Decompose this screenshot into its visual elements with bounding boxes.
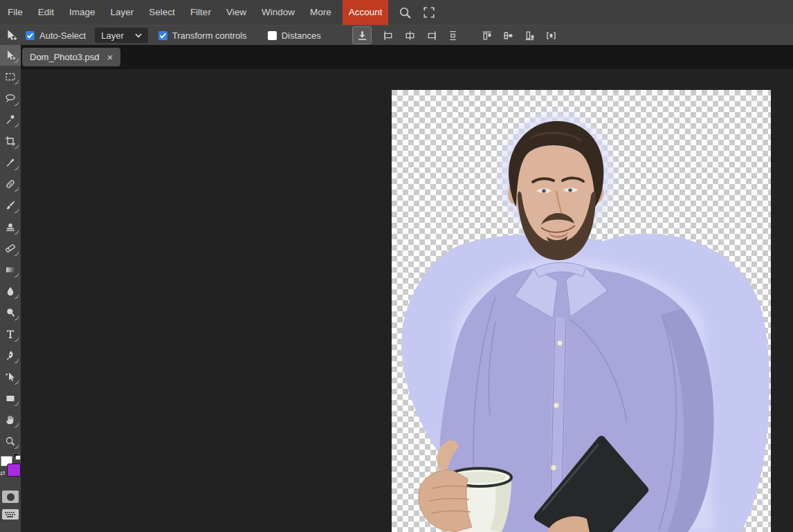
distribute-horizontal-button[interactable]: [543, 27, 560, 44]
tool-options-bar: Auto-Select Layer Transform controls Dis…: [0, 25, 793, 45]
hand-tool[interactable]: [0, 409, 21, 430]
magic-wand-tool[interactable]: [0, 109, 21, 130]
export-button[interactable]: [352, 26, 372, 44]
document-canvas[interactable]: [392, 90, 771, 532]
tools: [0, 44, 21, 452]
clone-stamp-tool[interactable]: [0, 216, 21, 237]
document-image: [392, 90, 771, 532]
chevron-down-icon: [135, 33, 142, 38]
distances-label: Distances: [282, 30, 321, 41]
menu-edit[interactable]: Edit: [30, 0, 62, 25]
quick-mask-button[interactable]: [2, 490, 19, 503]
auto-select-mode-value: Layer: [101, 30, 124, 41]
align-middle-button[interactable]: [500, 27, 518, 44]
workspace: [21, 69, 793, 532]
menu-view[interactable]: View: [219, 0, 254, 25]
move-tool-indicator-icon: [2, 27, 20, 44]
distances-checkbox[interactable]: [268, 31, 277, 40]
distribute-vertical-button[interactable]: [444, 27, 462, 44]
gradient-tool[interactable]: [0, 259, 21, 280]
photo-editor-app: FileEditImageLayerSelectFilterViewWindow…: [0, 0, 793, 532]
fullscreen-icon[interactable]: [422, 6, 435, 19]
brush-tool[interactable]: [0, 194, 21, 216]
dodge-tool[interactable]: [0, 302, 21, 323]
align-right-button[interactable]: [423, 27, 441, 44]
auto-select-label: Auto-Select: [39, 30, 86, 41]
zoom-tool[interactable]: [0, 430, 21, 452]
transform-controls-option: Transform controls: [158, 30, 247, 41]
keyboard-shortcuts-button[interactable]: [2, 509, 19, 520]
transform-controls-checkbox[interactable]: [158, 31, 167, 40]
document-tab[interactable]: Dom_Photo3.psd ×: [22, 48, 120, 66]
menu-filter[interactable]: Filter: [183, 0, 219, 25]
menu-window[interactable]: Window: [254, 0, 302, 25]
document-tab-label: Dom_Photo3.psd: [30, 52, 99, 62]
path-select-tool[interactable]: [0, 366, 21, 387]
auto-select-mode-dropdown[interactable]: Layer: [95, 28, 148, 43]
menu-image[interactable]: Image: [62, 0, 103, 25]
lasso-tool[interactable]: [0, 87, 21, 109]
auto-select-checkbox[interactable]: [26, 31, 35, 40]
account-button[interactable]: Account: [343, 0, 389, 28]
spot-heal-tool[interactable]: [0, 173, 21, 194]
menubar: FileEditImageLayerSelectFilterViewWindow…: [0, 0, 793, 25]
default-colors-icon[interactable]: [13, 453, 20, 459]
blur-tool[interactable]: [0, 280, 21, 302]
rect-select-tool[interactable]: [0, 66, 21, 87]
eraser-tool[interactable]: [0, 237, 21, 259]
pen-tool[interactable]: [0, 345, 21, 366]
align-left-button[interactable]: [380, 27, 398, 44]
type-tool[interactable]: [0, 323, 21, 345]
menu-layer[interactable]: Layer: [103, 0, 142, 25]
tool-rail: ⇄: [0, 44, 21, 532]
search-icon[interactable]: [399, 6, 412, 19]
menu-file[interactable]: File: [0, 0, 30, 25]
move-tool[interactable]: [0, 44, 21, 66]
align-center-horizontal-button[interactable]: [401, 27, 419, 44]
crop-tool[interactable]: [0, 130, 21, 152]
swap-colors-icon[interactable]: ⇄: [0, 470, 6, 477]
background-color-swatch[interactable]: [7, 464, 21, 477]
eyedropper-tool[interactable]: [0, 152, 21, 173]
document-tabstrip: Dom_Photo3.psd ×: [21, 44, 793, 69]
auto-select-option: Auto-Select: [26, 30, 86, 41]
rectangle-tool[interactable]: [0, 387, 21, 409]
options-buttons: [351, 26, 563, 44]
menubar-items: FileEditImageLayerSelectFilterViewWindow…: [0, 0, 339, 25]
align-top-button[interactable]: [478, 27, 496, 44]
color-swatches: ⇄: [0, 453, 21, 482]
tab-close-icon[interactable]: ×: [107, 52, 113, 62]
distances-option: Distances: [268, 30, 321, 41]
align-bottom-button[interactable]: [521, 27, 539, 44]
transform-controls-label: Transform controls: [172, 30, 247, 41]
menu-more[interactable]: More: [302, 0, 339, 25]
menu-select[interactable]: Select: [141, 0, 183, 25]
